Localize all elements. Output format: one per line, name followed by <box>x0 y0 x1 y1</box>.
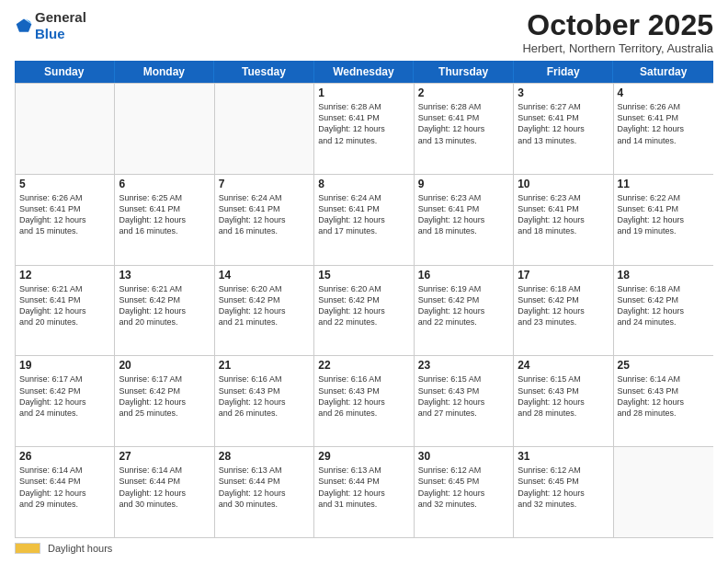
day-number: 27 <box>119 450 210 463</box>
logo-icon <box>15 17 33 35</box>
calendar-body: 1Sunrise: 6:28 AM Sunset: 6:41 PM Daylig… <box>15 83 713 538</box>
calendar-cell: 9Sunrise: 6:23 AM Sunset: 6:41 PM Daylig… <box>415 175 514 265</box>
logo-general: General <box>35 9 86 26</box>
day-info: Sunrise: 6:25 AM Sunset: 6:41 PM Dayligh… <box>119 192 210 237</box>
calendar-cell: 29Sunrise: 6:13 AM Sunset: 6:44 PM Dayli… <box>314 447 414 537</box>
calendar-cell <box>614 447 713 537</box>
day-number: 3 <box>518 86 609 99</box>
day-info: Sunrise: 6:26 AM Sunset: 6:41 PM Dayligh… <box>19 192 110 237</box>
calendar-cell: 24Sunrise: 6:15 AM Sunset: 6:43 PM Dayli… <box>514 356 613 446</box>
calendar-cell: 21Sunrise: 6:16 AM Sunset: 6:43 PM Dayli… <box>215 356 314 446</box>
day-info: Sunrise: 6:17 AM Sunset: 6:42 PM Dayligh… <box>19 373 110 419</box>
calendar-row-2: 12Sunrise: 6:21 AM Sunset: 6:41 PM Dayli… <box>16 266 713 357</box>
day-info: Sunrise: 6:17 AM Sunset: 6:42 PM Dayligh… <box>119 373 210 419</box>
day-info: Sunrise: 6:28 AM Sunset: 6:41 PM Dayligh… <box>318 101 409 146</box>
calendar-cell: 13Sunrise: 6:21 AM Sunset: 6:42 PM Dayli… <box>115 266 214 356</box>
month-title: October 2025 <box>522 9 713 41</box>
day-number: 25 <box>618 359 710 372</box>
footer-label: Daylight hours <box>48 543 112 554</box>
calendar-cell: 6Sunrise: 6:25 AM Sunset: 6:41 PM Daylig… <box>115 175 214 265</box>
day-info: Sunrise: 6:14 AM Sunset: 6:44 PM Dayligh… <box>119 465 210 510</box>
calendar-cell: 31Sunrise: 6:12 AM Sunset: 6:45 PM Dayli… <box>514 447 613 537</box>
day-number: 21 <box>219 359 310 372</box>
day-number: 26 <box>19 450 110 463</box>
weekday-header-wednesday: Wednesday <box>314 61 415 83</box>
day-number: 19 <box>19 359 110 372</box>
calendar-cell: 28Sunrise: 6:13 AM Sunset: 6:44 PM Dayli… <box>215 447 314 537</box>
daylight-swatch <box>15 543 40 554</box>
day-number: 8 <box>318 178 409 190</box>
day-number: 29 <box>318 450 409 463</box>
weekday-header-thursday: Thursday <box>414 61 514 83</box>
day-number: 7 <box>219 178 310 190</box>
day-info: Sunrise: 6:24 AM Sunset: 6:41 PM Dayligh… <box>219 192 310 237</box>
calendar-row-4: 26Sunrise: 6:14 AM Sunset: 6:44 PM Dayli… <box>16 447 713 538</box>
calendar-cell: 10Sunrise: 6:23 AM Sunset: 6:41 PM Dayli… <box>514 175 613 265</box>
calendar-cell: 25Sunrise: 6:14 AM Sunset: 6:43 PM Dayli… <box>614 356 713 446</box>
day-info: Sunrise: 6:15 AM Sunset: 6:43 PM Dayligh… <box>418 373 509 419</box>
weekday-header-tuesday: Tuesday <box>214 61 314 83</box>
day-info: Sunrise: 6:18 AM Sunset: 6:42 PM Dayligh… <box>518 283 609 328</box>
footer: Daylight hours <box>15 543 713 554</box>
calendar: SundayMondayTuesdayWednesdayThursdayFrid… <box>15 61 713 538</box>
calendar-cell: 8Sunrise: 6:24 AM Sunset: 6:41 PM Daylig… <box>314 175 414 265</box>
weekday-header-saturday: Saturday <box>613 61 713 83</box>
day-number: 10 <box>518 178 609 190</box>
day-info: Sunrise: 6:14 AM Sunset: 6:43 PM Dayligh… <box>618 373 710 419</box>
logo: General Blue <box>15 9 86 42</box>
day-number: 15 <box>318 269 409 282</box>
day-info: Sunrise: 6:21 AM Sunset: 6:41 PM Dayligh… <box>19 283 110 328</box>
calendar-cell <box>115 84 214 174</box>
calendar-cell: 23Sunrise: 6:15 AM Sunset: 6:43 PM Dayli… <box>415 356 514 446</box>
calendar-cell: 1Sunrise: 6:28 AM Sunset: 6:41 PM Daylig… <box>314 84 414 174</box>
day-number: 17 <box>518 269 609 282</box>
calendar-cell: 3Sunrise: 6:27 AM Sunset: 6:41 PM Daylig… <box>514 84 613 174</box>
calendar-cell: 17Sunrise: 6:18 AM Sunset: 6:42 PM Dayli… <box>514 266 613 356</box>
logo-blue: Blue <box>35 26 86 42</box>
calendar-cell: 26Sunrise: 6:14 AM Sunset: 6:44 PM Dayli… <box>16 447 115 537</box>
day-info: Sunrise: 6:12 AM Sunset: 6:45 PM Dayligh… <box>418 465 509 510</box>
weekday-header-friday: Friday <box>514 61 614 83</box>
day-info: Sunrise: 6:28 AM Sunset: 6:41 PM Dayligh… <box>418 101 509 146</box>
day-number: 24 <box>518 359 609 372</box>
day-number: 14 <box>219 269 310 282</box>
day-number: 9 <box>418 178 509 190</box>
day-number: 31 <box>518 450 609 463</box>
day-number: 28 <box>219 450 310 463</box>
day-number: 22 <box>318 359 409 372</box>
header: General Blue October 2025 Herbert, North… <box>15 9 713 55</box>
day-info: Sunrise: 6:13 AM Sunset: 6:44 PM Dayligh… <box>318 465 409 510</box>
day-number: 6 <box>119 178 210 190</box>
calendar-cell: 12Sunrise: 6:21 AM Sunset: 6:41 PM Dayli… <box>16 266 115 356</box>
day-number: 20 <box>119 359 210 372</box>
day-number: 2 <box>418 86 509 99</box>
day-info: Sunrise: 6:12 AM Sunset: 6:45 PM Dayligh… <box>518 465 609 510</box>
day-info: Sunrise: 6:18 AM Sunset: 6:42 PM Dayligh… <box>618 283 710 328</box>
day-number: 18 <box>618 269 710 282</box>
calendar-cell: 4Sunrise: 6:26 AM Sunset: 6:41 PM Daylig… <box>614 84 713 174</box>
calendar-cell: 20Sunrise: 6:17 AM Sunset: 6:42 PM Dayli… <box>115 356 214 446</box>
day-info: Sunrise: 6:15 AM Sunset: 6:43 PM Dayligh… <box>518 373 609 419</box>
day-info: Sunrise: 6:23 AM Sunset: 6:41 PM Dayligh… <box>418 192 509 237</box>
calendar-cell: 5Sunrise: 6:26 AM Sunset: 6:41 PM Daylig… <box>16 175 115 265</box>
calendar-cell: 19Sunrise: 6:17 AM Sunset: 6:42 PM Dayli… <box>16 356 115 446</box>
day-info: Sunrise: 6:20 AM Sunset: 6:42 PM Dayligh… <box>318 283 409 328</box>
calendar-header: SundayMondayTuesdayWednesdayThursdayFrid… <box>15 61 713 83</box>
calendar-row-1: 5Sunrise: 6:26 AM Sunset: 6:41 PM Daylig… <box>16 175 713 266</box>
day-info: Sunrise: 6:22 AM Sunset: 6:41 PM Dayligh… <box>618 192 710 237</box>
day-number: 11 <box>618 178 710 190</box>
day-number: 13 <box>119 269 210 282</box>
day-info: Sunrise: 6:27 AM Sunset: 6:41 PM Dayligh… <box>518 101 609 146</box>
calendar-row-3: 19Sunrise: 6:17 AM Sunset: 6:42 PM Dayli… <box>16 356 713 447</box>
day-number: 4 <box>618 86 710 99</box>
day-number: 16 <box>418 269 509 282</box>
day-info: Sunrise: 6:21 AM Sunset: 6:42 PM Dayligh… <box>119 283 210 328</box>
day-info: Sunrise: 6:24 AM Sunset: 6:41 PM Dayligh… <box>318 192 409 237</box>
day-number: 23 <box>418 359 509 372</box>
calendar-cell: 14Sunrise: 6:20 AM Sunset: 6:42 PM Dayli… <box>215 266 314 356</box>
day-info: Sunrise: 6:26 AM Sunset: 6:41 PM Dayligh… <box>618 101 710 146</box>
day-info: Sunrise: 6:23 AM Sunset: 6:41 PM Dayligh… <box>518 192 609 237</box>
day-info: Sunrise: 6:14 AM Sunset: 6:44 PM Dayligh… <box>19 465 110 510</box>
calendar-cell: 15Sunrise: 6:20 AM Sunset: 6:42 PM Dayli… <box>314 266 414 356</box>
day-info: Sunrise: 6:19 AM Sunset: 6:42 PM Dayligh… <box>418 283 509 328</box>
